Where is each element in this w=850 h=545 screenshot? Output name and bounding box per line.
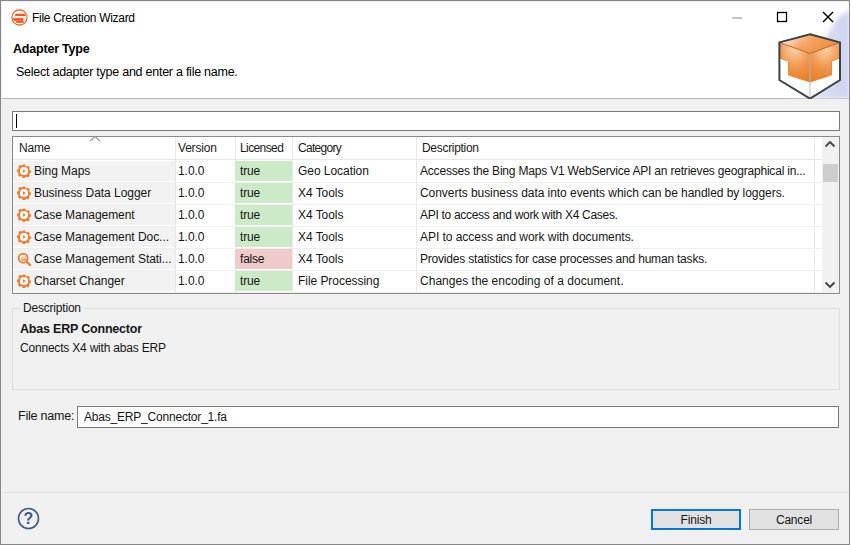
svg-text:?: ? <box>24 510 34 527</box>
